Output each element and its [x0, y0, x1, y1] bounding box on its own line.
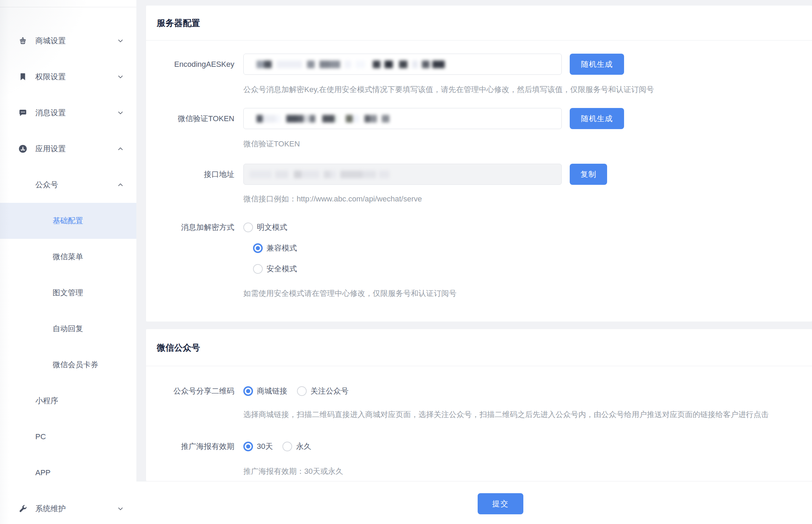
- sidebar-item-wechat-member-card[interactable]: 微信会员卡券: [0, 347, 136, 383]
- aeskey-generate-button[interactable]: 随机生成: [570, 54, 624, 75]
- submit-bar: 提交: [136, 481, 812, 524]
- submit-button[interactable]: 提交: [478, 493, 523, 514]
- wechat-mp-card: 微信公众号 公众号分享二维码 商城链接关注公众号 选择商城链接，扫描二维码直接进…: [146, 329, 812, 481]
- wrench-icon: [18, 504, 27, 513]
- qr-help: 选择商城链接，扫描二维码直接进入商城对应页面，选择关注公众号，扫描二维码之后先进…: [243, 410, 812, 419]
- api-url-help: 微信接口例如：http://www.abc.com/api/wechat/ser…: [243, 195, 812, 203]
- sidebar-menu: 商城设置权限设置消息设置应用设置公众号基础配置微信菜单图文管理自动回复微信会员卡…: [0, 23, 136, 524]
- appstore-icon: [18, 144, 27, 153]
- bookmark-icon: [18, 72, 27, 81]
- form-row-token: 微信验证TOKEN 随机生成: [146, 108, 812, 129]
- form-row-api-url: 接口地址 复制: [146, 164, 812, 185]
- token-help: 微信验证TOKEN: [243, 140, 812, 148]
- sidebar-item-mini-program[interactable]: 小程序: [0, 383, 136, 419]
- qr-label: 公众号分享二维码: [146, 386, 243, 396]
- radio-circle-icon: [282, 442, 292, 451]
- sidebar-item-label: 微信会员卡券: [53, 360, 98, 370]
- sidebar-divider: [0, 7, 136, 7]
- sidebar-item-label: 基础配置: [53, 216, 83, 226]
- redacted-value: [244, 54, 561, 74]
- poster-help: 推广海报有效期：30天或永久: [243, 467, 812, 476]
- sidebar-item-app[interactable]: APP: [0, 455, 136, 491]
- sidebar-item-label: PC: [35, 432, 46, 441]
- sidebar-item-pc[interactable]: PC: [0, 419, 136, 455]
- qr-radio-group: 商城链接关注公众号: [243, 386, 349, 396]
- encrypt-mode-help: 如需使用安全模式请在管理中心修改，仅限服务号和认证订阅号: [243, 289, 812, 298]
- basket-icon: [18, 36, 27, 45]
- radio-option[interactable]: 安全模式: [253, 264, 297, 274]
- api-url-input: [243, 164, 562, 185]
- token-label: 微信验证TOKEN: [146, 114, 243, 124]
- token-input[interactable]: [243, 108, 562, 129]
- encrypt-mode-label: 消息加解密方式: [146, 222, 243, 233]
- chevron-down-icon: [117, 109, 124, 117]
- aeskey-help: 公众号消息加解密Key,在使用安全模式情况下要填写该值，请先在管理中心修改，然后…: [243, 85, 812, 94]
- sidebar-item-article-manage[interactable]: 图文管理: [0, 275, 136, 311]
- radio-circle-icon: [253, 243, 263, 253]
- radio-option[interactable]: 关注公众号: [297, 386, 349, 396]
- chevron-down-icon: [117, 37, 124, 45]
- chat-icon: [18, 108, 27, 117]
- chevron-down-icon: [117, 505, 124, 513]
- sidebar: 商城设置权限设置消息设置应用设置公众号基础配置微信菜单图文管理自动回复微信会员卡…: [0, 0, 136, 524]
- sidebar-item-message-settings[interactable]: 消息设置: [0, 95, 136, 131]
- wechat-mp-title: 微信公众号: [146, 329, 812, 366]
- sidebar-item-label: APP: [35, 468, 51, 477]
- sidebar-item-wechat-menu[interactable]: 微信菜单: [0, 239, 136, 275]
- radio-circle-icon: [243, 223, 253, 232]
- poster-radio-group: 30天永久: [243, 441, 311, 452]
- copy-button[interactable]: 复制: [570, 164, 607, 185]
- chevron-down-icon: [117, 73, 124, 81]
- radio-option[interactable]: 兼容模式: [253, 243, 297, 253]
- redacted-value: [244, 164, 561, 184]
- radio-option[interactable]: 30天: [243, 441, 273, 452]
- sidebar-item-label: 公众号: [35, 180, 58, 190]
- poster-label: 推广海报有效期: [146, 441, 243, 452]
- aeskey-input[interactable]: [243, 54, 562, 75]
- encrypt-mode-radio-group: 明文模式兼容模式安全模式: [243, 222, 297, 274]
- form-row-encrypt-mode: 消息加解密方式 明文模式兼容模式安全模式: [146, 222, 812, 274]
- token-generate-button[interactable]: 随机生成: [570, 108, 624, 129]
- radio-circle-icon: [253, 264, 263, 274]
- radio-option[interactable]: 永久: [282, 441, 311, 452]
- sidebar-item-permission-settings[interactable]: 权限设置: [0, 59, 136, 95]
- server-config-card: 服务器配置 EncodingAESKey 随机生成 公众号消息加解密Key,在使…: [146, 6, 812, 322]
- sidebar-item-shop-settings[interactable]: 商城设置: [0, 23, 136, 59]
- chevron-up-icon: [117, 181, 124, 189]
- sidebar-item-label: 自动回复: [53, 324, 83, 334]
- sidebar-item-label: 商城设置: [35, 36, 66, 46]
- server-config-title: 服务器配置: [146, 6, 812, 40]
- sidebar-item-label: 消息设置: [35, 108, 66, 118]
- radio-circle-icon: [243, 386, 253, 396]
- sidebar-item-app-settings[interactable]: 应用设置: [0, 131, 136, 167]
- form-row-aeskey: EncodingAESKey 随机生成: [146, 54, 812, 75]
- radio-option[interactable]: 商城链接: [243, 386, 287, 396]
- sidebar-item-basic-config[interactable]: 基础配置: [0, 203, 136, 239]
- radio-circle-icon: [297, 386, 307, 396]
- main-content: 服务器配置 EncodingAESKey 随机生成 公众号消息加解密Key,在使…: [136, 0, 812, 481]
- api-url-label: 接口地址: [146, 169, 243, 180]
- sidebar-item-auto-reply[interactable]: 自动回复: [0, 311, 136, 347]
- sidebar-item-label: 系统维护: [35, 504, 66, 514]
- sidebar-item-label: 微信菜单: [53, 252, 83, 262]
- sidebar-item-label: 小程序: [35, 396, 58, 406]
- form-row-qr: 公众号分享二维码 商城链接关注公众号: [146, 386, 812, 396]
- sidebar-item-label: 应用设置: [35, 144, 66, 154]
- sidebar-item-label: 权限设置: [35, 72, 66, 82]
- form-row-poster: 推广海报有效期 30天永久: [146, 441, 812, 452]
- radio-option[interactable]: 明文模式: [243, 222, 297, 233]
- radio-circle-icon: [243, 442, 253, 451]
- chevron-up-icon: [117, 145, 124, 153]
- redacted-value: [244, 108, 561, 129]
- sidebar-item-system-maintenance[interactable]: 系统维护: [0, 491, 136, 524]
- sidebar-item-official-account[interactable]: 公众号: [0, 167, 136, 203]
- aeskey-label: EncodingAESKey: [146, 60, 243, 69]
- sidebar-item-label: 图文管理: [53, 288, 83, 298]
